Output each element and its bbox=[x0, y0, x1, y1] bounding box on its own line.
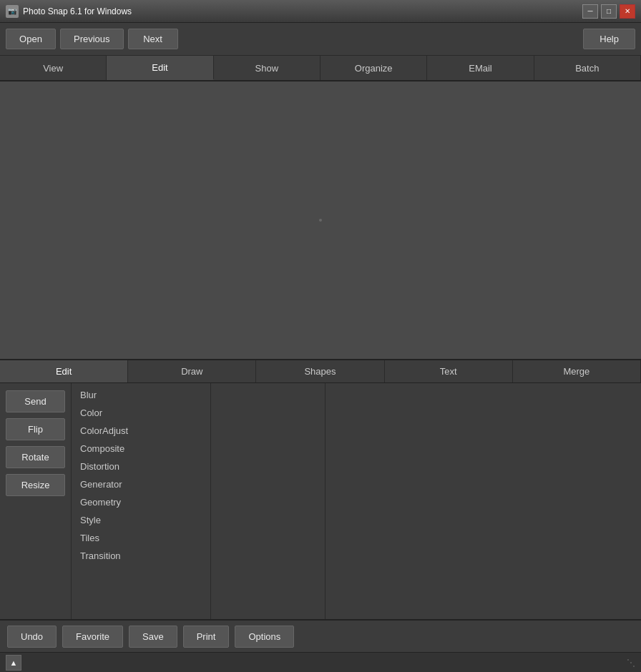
edit-tab-text[interactable]: Text bbox=[385, 360, 513, 382]
filter-sub-col-1 bbox=[211, 383, 326, 619]
previous-button[interactable]: Previous bbox=[60, 29, 124, 49]
resize-button[interactable]: Resize bbox=[6, 474, 65, 496]
tab-view[interactable]: View bbox=[0, 56, 107, 80]
status-up-button[interactable]: ▲ bbox=[6, 655, 21, 671]
filter-item-coloradjust[interactable]: ColorAdjust bbox=[72, 422, 210, 440]
filter-item-generator[interactable]: Generator bbox=[72, 475, 210, 493]
edit-tab-draw[interactable]: Draw bbox=[128, 360, 256, 382]
filter-item-style[interactable]: Style bbox=[72, 511, 210, 529]
favorite-button[interactable]: Favorite bbox=[62, 626, 123, 648]
tab-email[interactable]: EMail bbox=[427, 56, 534, 80]
close-button[interactable]: ✕ bbox=[620, 4, 635, 19]
filter-item-distortion[interactable]: Distortion bbox=[72, 458, 210, 475]
rotate-button[interactable]: Rotate bbox=[6, 446, 65, 468]
filter-item-tiles[interactable]: Tiles bbox=[72, 529, 210, 547]
edit-panel: Edit Draw Shapes Text Merge Send Flip Ro… bbox=[0, 359, 641, 619]
status-bar: ▲ ⋱ bbox=[0, 652, 641, 672]
send-button[interactable]: Send bbox=[6, 390, 65, 412]
filter-item-geometry[interactable]: Geometry bbox=[72, 493, 210, 511]
tab-show[interactable]: Show bbox=[214, 56, 320, 80]
undo-button[interactable]: Undo bbox=[7, 626, 57, 648]
edit-left-panel: Send Flip Rotate Resize bbox=[0, 383, 72, 619]
filter-item-transition[interactable]: Transition bbox=[72, 547, 210, 565]
save-button[interactable]: Save bbox=[129, 626, 177, 648]
window-controls: ─ □ ✕ bbox=[582, 4, 635, 19]
open-button[interactable]: Open bbox=[6, 29, 56, 49]
minimize-button[interactable]: ─ bbox=[582, 4, 598, 19]
canvas-area bbox=[0, 81, 641, 359]
edit-tab-merge[interactable]: Merge bbox=[513, 360, 641, 382]
main-window: Open Previous Next Help View Edit Show O… bbox=[0, 23, 641, 672]
help-button[interactable]: Help bbox=[583, 29, 635, 49]
flip-button[interactable]: Flip bbox=[6, 418, 65, 440]
canvas-dot bbox=[319, 219, 322, 222]
print-button[interactable]: Print bbox=[183, 626, 230, 648]
tab-organize[interactable]: Organize bbox=[320, 56, 427, 80]
edit-tab-shapes[interactable]: Shapes bbox=[256, 360, 384, 382]
app-title: Photo Snap 6.1 for Windows bbox=[23, 6, 582, 16]
title-bar: 📷 Photo Snap 6.1 for Windows ─ □ ✕ bbox=[0, 0, 641, 23]
app-icon: 📷 bbox=[6, 5, 19, 18]
nav-tabs: View Edit Show Organize EMail Batch bbox=[0, 56, 641, 81]
filter-list: Blur Color ColorAdjust Composite Distort… bbox=[72, 383, 211, 619]
tab-batch[interactable]: Batch bbox=[534, 56, 641, 80]
edit-panel-content: Send Flip Rotate Resize Blur Color Color… bbox=[0, 383, 641, 619]
next-button[interactable]: Next bbox=[128, 29, 178, 49]
options-button[interactable]: Options bbox=[235, 626, 294, 648]
filter-item-composite[interactable]: Composite bbox=[72, 440, 210, 458]
resize-handle-icon: ⋱ bbox=[627, 658, 635, 668]
edit-panel-tabs: Edit Draw Shapes Text Merge bbox=[0, 360, 641, 383]
restore-button[interactable]: □ bbox=[601, 4, 617, 19]
filter-item-color[interactable]: Color bbox=[72, 404, 210, 422]
filter-item-blur[interactable]: Blur bbox=[72, 386, 210, 404]
edit-tab-edit[interactable]: Edit bbox=[0, 360, 128, 382]
bottom-bar: Undo Favorite Save Print Options bbox=[0, 619, 641, 652]
toolbar: Open Previous Next Help bbox=[0, 23, 641, 56]
filter-sub-col-2 bbox=[326, 383, 641, 619]
tab-edit[interactable]: Edit bbox=[107, 56, 213, 80]
